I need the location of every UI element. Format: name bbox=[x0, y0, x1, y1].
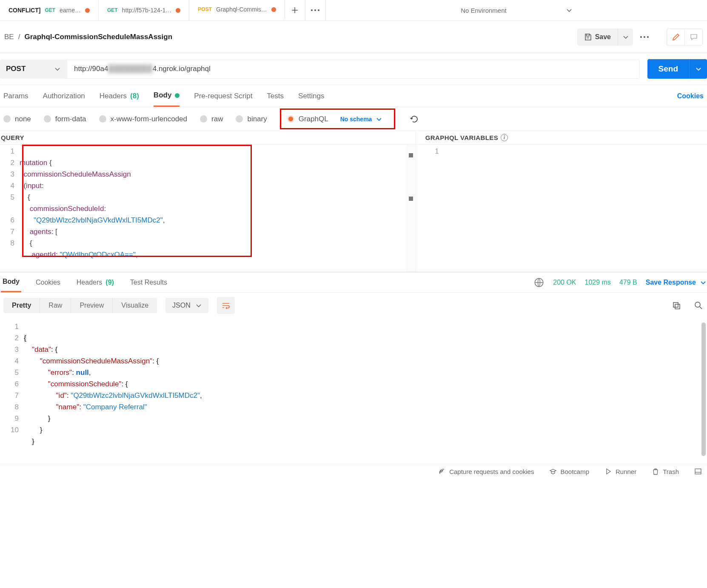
status-size: 479 B bbox=[619, 279, 637, 286]
new-tab-button[interactable] bbox=[285, 0, 305, 20]
save-button[interactable]: Save bbox=[577, 29, 618, 46]
top-tab-0[interactable]: CONFLICT] GET earne… bbox=[0, 0, 99, 20]
bodytype-graphql[interactable]: GraphQL bbox=[287, 115, 328, 123]
variables-editor[interactable]: 1 bbox=[425, 145, 707, 157]
tab-label: http://f57b-124-1… bbox=[122, 7, 172, 14]
response-body[interactable]: 12345678910 { "data": { "commissionSched… bbox=[0, 318, 707, 459]
save-response-button[interactable]: Save Response bbox=[646, 279, 706, 286]
footer-capture[interactable]: Capture requests and cookies bbox=[438, 468, 534, 475]
tab-body[interactable]: Body bbox=[154, 85, 180, 107]
save-cluster: Save bbox=[577, 29, 653, 46]
vars-code[interactable] bbox=[444, 145, 446, 157]
bodytype-none[interactable]: none bbox=[3, 115, 31, 123]
url-input[interactable]: http://90a4████████4.ngrok.io/graphql bbox=[67, 60, 640, 79]
resp-tab-cookies[interactable]: Cookies bbox=[34, 272, 62, 292]
bodytype-formdata[interactable]: form-data bbox=[44, 115, 86, 123]
query-code[interactable]: mutation { commissionScheduleMassAssign … bbox=[20, 145, 165, 272]
send-dropdown-button[interactable] bbox=[689, 59, 707, 79]
comment-mode-button[interactable] bbox=[685, 29, 702, 45]
more-actions-button[interactable] bbox=[636, 29, 653, 46]
response-code[interactable]: { "data": { "commissionScheduleMassAssig… bbox=[24, 320, 202, 459]
query-gutter: 12345678 bbox=[0, 145, 20, 272]
edit-mode-button[interactable] bbox=[667, 29, 684, 45]
footer-runner[interactable]: Runner bbox=[604, 468, 636, 475]
bodytype-label: raw bbox=[211, 115, 223, 123]
tab-authorization[interactable]: Authorization bbox=[43, 85, 85, 107]
save-response-label: Save Response bbox=[646, 279, 696, 286]
send-button[interactable]: Send bbox=[647, 59, 689, 79]
satellite-icon bbox=[438, 468, 446, 475]
bodytype-label: form-data bbox=[55, 115, 86, 123]
bodytype-label: binary bbox=[247, 115, 267, 123]
footer-runner-label: Runner bbox=[616, 468, 636, 475]
tab-overflow-button[interactable] bbox=[305, 0, 326, 20]
top-tab-2[interactable]: POST Graphql-Commis… bbox=[189, 0, 285, 20]
resp-tab-testresults[interactable]: Test Results bbox=[128, 272, 169, 292]
tab-tests[interactable]: Tests bbox=[267, 85, 284, 107]
breadcrumb-root[interactable]: BE bbox=[4, 33, 14, 41]
tab-method: GET bbox=[107, 7, 118, 13]
unsaved-dot-icon bbox=[176, 8, 180, 13]
mode-cluster bbox=[666, 29, 703, 46]
graphql-annotation-box: GraphQL No schema bbox=[280, 108, 396, 129]
top-tab-1[interactable]: GET http://f57b-124-1… bbox=[99, 0, 189, 20]
info-icon[interactable]: i bbox=[501, 134, 508, 141]
search-icon bbox=[694, 301, 703, 310]
save-label: Save bbox=[595, 33, 611, 41]
save-dropdown-button[interactable] bbox=[618, 29, 633, 46]
comment-icon bbox=[690, 33, 698, 41]
footer-panel-toggle[interactable] bbox=[694, 468, 702, 475]
response-toolbar: Pretty Raw Preview Visualize JSON bbox=[0, 293, 707, 318]
refresh-schema-button[interactable] bbox=[408, 113, 421, 126]
bodytype-raw[interactable]: raw bbox=[200, 115, 223, 123]
vars-header-label: GRAPHQL VARIABLES bbox=[425, 134, 498, 141]
top-tab-strip: CONFLICT] GET earne… GET http://f57b-124… bbox=[0, 0, 707, 21]
wrap-toggle-button[interactable] bbox=[217, 297, 235, 314]
tab-settings[interactable]: Settings bbox=[298, 85, 324, 107]
view-pretty[interactable]: Pretty bbox=[3, 298, 40, 313]
bodytype-binary[interactable]: binary bbox=[236, 115, 267, 123]
bodytype-urlencoded[interactable]: x-www-form-urlencoded bbox=[99, 115, 187, 123]
query-scrollbar[interactable] bbox=[406, 145, 416, 272]
tab-params[interactable]: Params bbox=[3, 85, 29, 107]
refresh-icon bbox=[410, 114, 419, 124]
tab-label: Graphql-Commis… bbox=[216, 6, 267, 13]
copy-icon bbox=[672, 301, 681, 310]
search-response-button[interactable] bbox=[693, 300, 704, 311]
panel-icon bbox=[694, 468, 702, 475]
method-selector[interactable]: POST bbox=[0, 60, 67, 79]
breadcrumb-sep: / bbox=[18, 33, 20, 41]
response-gutter: 12345678910 bbox=[0, 320, 24, 459]
resp-tab-headers[interactable]: Headers (9) bbox=[75, 272, 116, 292]
bodytype-label: x-www-form-urlencoded bbox=[111, 115, 187, 123]
resp-tab-body[interactable]: Body bbox=[1, 272, 21, 292]
tab-prerequest[interactable]: Pre-request Script bbox=[194, 85, 252, 107]
environment-selector[interactable]: No Environment bbox=[326, 7, 707, 14]
svg-point-9 bbox=[695, 302, 700, 307]
footer-bootcamp[interactable]: Bootcamp bbox=[549, 468, 589, 475]
svg-point-5 bbox=[647, 36, 649, 38]
tab-headers-label: Headers bbox=[100, 92, 127, 100]
globe-icon[interactable] bbox=[533, 277, 545, 288]
format-label: JSON bbox=[172, 302, 191, 309]
response-scrollbar[interactable] bbox=[700, 320, 707, 459]
schema-selector[interactable]: No schema bbox=[340, 116, 382, 123]
view-raw[interactable]: Raw bbox=[40, 298, 71, 313]
tab-headers[interactable]: Headers(8) bbox=[100, 85, 139, 107]
footer-capture-label: Capture requests and cookies bbox=[449, 468, 534, 475]
unsaved-dot-icon bbox=[85, 8, 90, 13]
footer-trash[interactable]: Trash bbox=[652, 468, 679, 475]
view-visualize[interactable]: Visualize bbox=[113, 298, 157, 313]
breadcrumb: BE / Graphql-CommissionScheduleMassAssig… bbox=[4, 33, 172, 41]
copy-response-button[interactable] bbox=[671, 300, 681, 311]
url-obscured: ████████ bbox=[108, 65, 152, 73]
footer-bar: Capture requests and cookies Bootcamp Ru… bbox=[0, 464, 707, 479]
view-preview[interactable]: Preview bbox=[71, 298, 113, 313]
format-selector[interactable]: JSON bbox=[165, 298, 208, 313]
cookies-link[interactable]: Cookies bbox=[677, 92, 704, 100]
status-time: 1029 ms bbox=[585, 279, 611, 286]
query-editor[interactable]: 12345678 mutation { commissionScheduleMa… bbox=[0, 145, 416, 272]
resp-tab-headers-label: Headers bbox=[77, 279, 102, 286]
chevron-down-icon bbox=[376, 116, 382, 122]
svg-point-3 bbox=[640, 36, 642, 38]
